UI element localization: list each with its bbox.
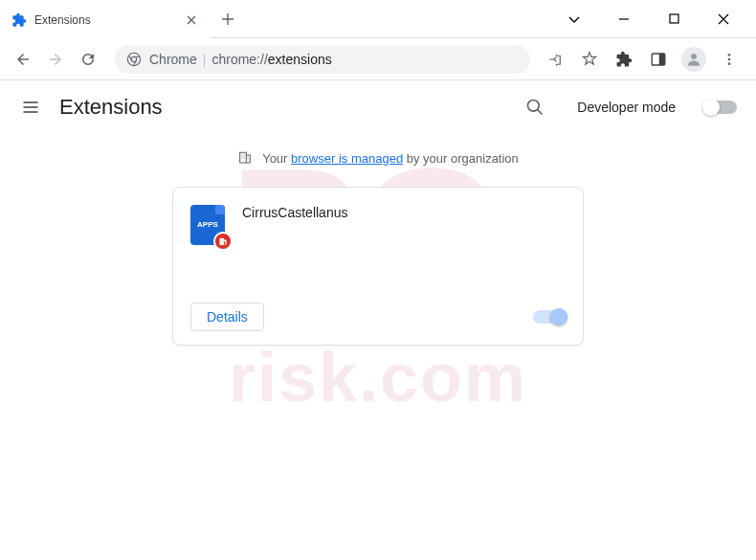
extensions-puzzle-icon[interactable] [612,48,635,71]
managed-browser-banner: Your browser is managed by your organiza… [237,149,519,168]
share-icon[interactable] [544,48,567,71]
svg-point-6 [728,54,731,56]
close-button[interactable] [710,6,737,33]
svg-rect-4 [659,54,665,65]
kebab-menu-icon[interactable] [718,48,741,71]
svg-rect-0 [670,14,678,23]
new-tab-button[interactable] [214,0,241,37]
maximize-button[interactable] [660,6,687,33]
banner-prefix: Your [262,151,287,166]
window-titlebar: Extensions [0,0,756,38]
developer-mode-toggle[interactable] [704,101,737,114]
svg-point-5 [691,54,697,59]
browser-toolbar: Chrome | chrome://extensions [0,38,756,80]
chrome-icon [126,52,142,67]
tab-close-button[interactable] [184,12,199,28]
managed-link[interactable]: browser is managed [291,151,403,166]
back-button[interactable] [10,46,36,73]
address-bar[interactable]: Chrome | chrome://extensions [115,45,530,74]
building-icon [237,149,253,168]
tab-title: Extensions [34,13,176,27]
minimize-button[interactable] [611,6,637,33]
svg-point-7 [728,57,731,60]
developer-mode-label: Developer mode [577,100,676,115]
url-text: Chrome | chrome://extensions [149,52,332,67]
extension-toggle[interactable] [533,310,566,324]
banner-suffix: by your organization [407,151,519,166]
page-title: Extensions [59,95,506,120]
extension-name: CirrusCastellanus [242,205,347,220]
search-icon[interactable] [523,96,546,119]
details-button[interactable]: Details [190,302,264,331]
hamburger-menu-icon[interactable] [19,96,42,119]
extension-puzzle-icon [11,12,27,28]
reload-button[interactable] [75,46,101,73]
svg-point-8 [728,62,731,65]
profile-avatar[interactable] [681,47,706,72]
bookmark-star-icon[interactable] [578,48,601,71]
chevron-down-icon[interactable] [561,6,588,33]
extension-card: APPS CirrusCastellanus Details [172,187,584,346]
policy-badge-icon [213,232,233,251]
extensions-page-header: Extensions Developer mode [0,80,756,134]
sidepanel-icon[interactable] [647,48,670,71]
window-controls [561,0,756,37]
extension-icon: APPS [190,205,225,245]
forward-button[interactable] [42,46,69,73]
svg-point-9 [528,101,540,112]
browser-tab[interactable]: Extensions [0,2,211,38]
page-content: Your browser is managed by your organiza… [0,134,756,361]
